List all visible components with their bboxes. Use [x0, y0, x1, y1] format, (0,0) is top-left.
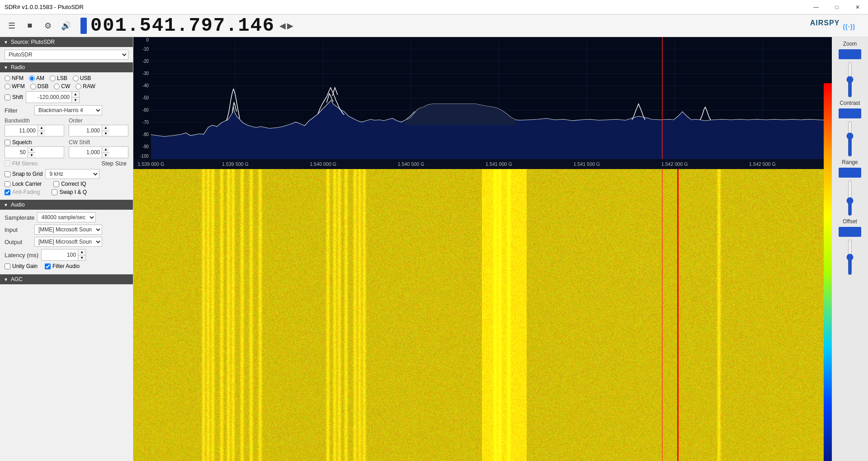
radio-dsb-input[interactable]	[30, 84, 36, 89]
waterfall-canvas[interactable]	[133, 169, 832, 461]
freq-left-arrow[interactable]: ◀	[279, 21, 286, 31]
squelch-up-button[interactable]: ▲	[28, 147, 35, 152]
volume-button[interactable]: 🔊	[58, 18, 74, 34]
radio-am-label: AM	[36, 75, 44, 81]
swap-iq-checkbox[interactable]	[52, 189, 57, 195]
order-up-button[interactable]: ▲	[102, 125, 109, 131]
svg-text:-40: -40	[142, 83, 149, 88]
offset-slider-button[interactable]	[839, 227, 861, 237]
source-dropdown[interactable]: PlutoSDR	[5, 50, 128, 60]
radio-raw-input[interactable]	[75, 84, 81, 89]
radio-section-header[interactable]: ▼ Radio	[0, 62, 133, 72]
lock-carrier-checkbox[interactable]	[5, 181, 10, 187]
spectrum-canvas[interactable]: 0 -10 -20 -30 -40 -50 -60 -70 -80 -90 -1…	[133, 37, 832, 159]
frequency-value[interactable]: 001.541.797.146	[90, 15, 275, 37]
snap-to-grid-checkbox-label[interactable]: Snap to Grid	[5, 171, 42, 177]
output-dropdown[interactable]: [MME] Microsoft Soun	[34, 237, 102, 247]
radio-usb[interactable]: USB	[73, 75, 91, 81]
radio-lsb[interactable]: LSB	[50, 75, 67, 81]
radio-am-input[interactable]	[29, 75, 35, 81]
svg-text:1.542 000 G: 1.542 000 G	[661, 161, 688, 167]
samplerate-dropdown[interactable]: 48000 sample/sec 44100 sample/sec	[37, 212, 96, 222]
audio-section-header[interactable]: ▼ Audio	[0, 200, 133, 210]
radio-section-content: NFM AM LSB USB WFM	[0, 72, 133, 200]
radio-am[interactable]: AM	[29, 75, 44, 81]
order-label: Order	[69, 118, 128, 124]
contrast-slider[interactable]	[845, 121, 854, 157]
maximize-button[interactable]: □	[826, 0, 847, 14]
agc-section-header[interactable]: ▼ AGC	[0, 274, 133, 284]
range-slider-button[interactable]	[839, 168, 861, 178]
contrast-slider-button[interactable]	[839, 108, 861, 118]
svg-text:-70: -70	[142, 120, 149, 125]
shift-down-button[interactable]: ▼	[72, 97, 79, 103]
squelch-input-wrap: 50 ▲ ▼	[5, 146, 64, 158]
radio-cw[interactable]: CW	[54, 83, 70, 89]
correct-iq-checkbox-label[interactable]: Correct IQ	[53, 181, 86, 187]
squelch-checkbox[interactable]	[5, 140, 10, 146]
shift-checkbox-label[interactable]: Shift	[5, 94, 23, 100]
radio-lsb-input[interactable]	[50, 75, 56, 81]
radio-nfm[interactable]: NFM	[5, 75, 24, 81]
unity-gain-checkbox-label[interactable]: Unity Gain	[5, 263, 38, 269]
radio-wfm[interactable]: WFM	[5, 83, 25, 89]
svg-text:-60: -60	[142, 108, 149, 113]
svg-text:-20: -20	[142, 59, 149, 64]
squelch-checkbox-label[interactable]: Squelch	[5, 139, 64, 146]
step-size-dropdown[interactable]: 9 kHz 5 kHz 10 kHz	[45, 169, 99, 179]
bandwidth-input[interactable]: 11,000	[5, 127, 38, 135]
radio-usb-label: USB	[80, 75, 91, 81]
radio-dsb[interactable]: DSB	[30, 83, 49, 89]
cw-shift-input[interactable]: 1,000	[69, 148, 102, 156]
stop-button[interactable]: ■	[22, 18, 38, 34]
latency-down-button[interactable]: ▼	[78, 255, 85, 260]
contrast-label: Contrast	[840, 100, 860, 106]
order-down-button[interactable]: ▼	[102, 131, 109, 136]
offset-slider[interactable]	[845, 239, 854, 275]
input-dropdown[interactable]: [MME] Microsoft Soun	[34, 225, 102, 235]
output-label: Output	[5, 239, 32, 245]
radio-wfm-label: WFM	[12, 83, 25, 89]
shift-input[interactable]: -120,000,000	[26, 93, 71, 101]
correct-iq-checkbox[interactable]	[53, 181, 59, 187]
shift-checkbox[interactable]	[5, 94, 10, 100]
order-input[interactable]: 1,000	[69, 127, 102, 135]
fm-stereo-checkbox-label[interactable]: FM Stereo	[5, 160, 38, 167]
radio-wfm-input[interactable]	[5, 84, 10, 89]
snap-to-grid-checkbox[interactable]	[5, 171, 10, 177]
correct-iq-label: Correct IQ	[61, 181, 86, 187]
freq-right-arrow[interactable]: ▶	[287, 21, 293, 31]
bandwidth-down-button[interactable]: ▼	[38, 131, 45, 136]
range-slider[interactable]	[845, 180, 854, 216]
filter-audio-checkbox-label[interactable]: Filter Audio	[45, 263, 80, 269]
settings-button[interactable]: ⚙	[40, 18, 56, 34]
lock-carrier-checkbox-label[interactable]: Lock Carrier	[5, 181, 42, 187]
radio-cw-input[interactable]	[54, 84, 60, 89]
cwshift-up-button[interactable]: ▲	[102, 147, 109, 152]
hamburger-menu-button[interactable]: ☰	[4, 18, 20, 34]
source-section-header[interactable]: ▼ Source: PlutoSDR	[0, 37, 133, 47]
filter-dropdown[interactable]: Blackman-Harris 4 Hamming	[34, 105, 102, 115]
unity-gain-checkbox[interactable]	[5, 263, 10, 269]
range-label: Range	[842, 159, 858, 165]
bandwidth-up-button[interactable]: ▲	[38, 125, 45, 131]
airspy-text: AIRSPY	[810, 19, 840, 27]
radio-usb-input[interactable]	[73, 75, 79, 81]
squelch-input[interactable]: 50	[5, 148, 28, 156]
zoom-slider[interactable]	[845, 61, 854, 98]
svg-text:-90: -90	[142, 144, 149, 149]
close-button[interactable]: ✕	[847, 0, 868, 14]
zoom-slider-button[interactable]	[839, 49, 861, 59]
latency-up-button[interactable]: ▲	[78, 249, 85, 255]
squelch-down-button[interactable]: ▼	[28, 152, 35, 158]
frequency-arrows[interactable]: ◀ ▶	[279, 21, 293, 31]
source-arrow-icon: ▼	[4, 40, 8, 45]
shift-up-button[interactable]: ▲	[72, 92, 79, 97]
minimize-button[interactable]: —	[806, 0, 826, 14]
radio-nfm-input[interactable]	[5, 75, 10, 81]
latency-input[interactable]: 100	[42, 251, 78, 259]
radio-raw[interactable]: RAW	[75, 83, 95, 89]
cwshift-down-button[interactable]: ▼	[102, 152, 109, 158]
filter-audio-checkbox[interactable]	[45, 263, 51, 269]
swap-iq-checkbox-label[interactable]: Swap I & Q	[52, 189, 87, 195]
